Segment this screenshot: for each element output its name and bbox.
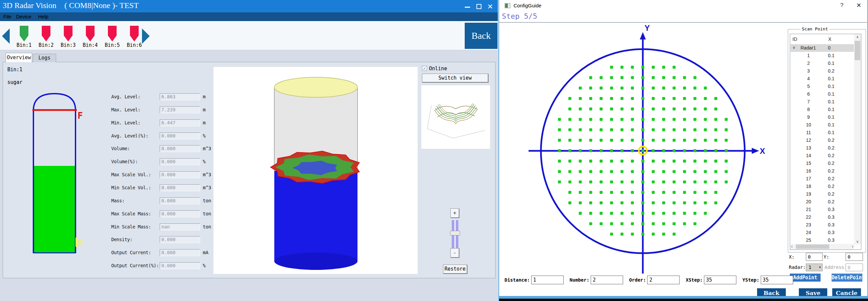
scan-point-dot: [652, 65, 655, 69]
zoom-out-button[interactable]: -: [451, 248, 459, 257]
table-row[interactable]: 140.2: [790, 152, 854, 160]
field-value-input[interactable]: 6.863: [160, 93, 200, 100]
field-label: Output Current(%):: [111, 263, 159, 268]
scan-point-dot: [579, 212, 582, 215]
table-row[interactable]: 210.3: [790, 206, 854, 213]
y-input[interactable]: 0: [846, 253, 863, 261]
table-row[interactable]: 80.1: [790, 106, 854, 113]
table-row[interactable]: 40.1: [790, 75, 854, 83]
maximize-button[interactable]: [474, 2, 484, 11]
scroll-right-icon[interactable]: ›: [852, 244, 853, 249]
number-input[interactable]: 2: [591, 276, 623, 284]
chevron-down-icon[interactable]: ∨: [793, 45, 796, 50]
tab-logs[interactable]: Logs: [33, 54, 56, 62]
field-value-input[interactable]: 0.000: [160, 158, 200, 165]
field-value-input[interactable]: 7.239: [160, 106, 200, 113]
menu-item-file[interactable]: File: [3, 14, 11, 19]
bin-tab-4[interactable]: Bin:4: [80, 26, 100, 48]
order-input[interactable]: 2: [647, 276, 680, 284]
switch-view-button[interactable]: Switch view: [422, 74, 488, 82]
scan-point-dot: [558, 129, 561, 132]
scroll-down-icon[interactable]: ∨: [854, 240, 861, 244]
field-value-input[interactable]: 0.000: [160, 262, 200, 269]
table-row[interactable]: 90.1: [790, 113, 854, 121]
table-row-radar[interactable]: ∨ Radar1 0: [790, 44, 854, 52]
table-row[interactable]: 30.2: [790, 67, 854, 75]
field-row: Min Scale Vol.:0.000m^3: [111, 184, 215, 192]
back-button[interactable]: Back: [465, 23, 497, 49]
horizontal-scrollbar[interactable]: ‹ ›: [790, 244, 854, 249]
horizontal-scrollbar-thumb[interactable]: [796, 245, 829, 249]
scan-point-dot: [620, 97, 623, 100]
cylinder-top-ellipse: [274, 77, 358, 97]
bin-tab-5[interactable]: Bin:5: [102, 26, 122, 48]
surface-thumbnail-panel[interactable]: [421, 85, 491, 149]
zoom-slider-handle[interactable]: [450, 231, 460, 236]
bin-tab-1[interactable]: Bin:1: [14, 26, 34, 48]
x-input[interactable]: 0: [806, 253, 823, 261]
minimize-button[interactable]: [462, 2, 472, 11]
table-row[interactable]: 160.2: [790, 167, 854, 175]
field-value-input[interactable]: 0.000: [160, 236, 200, 243]
bin-title: Bin:1: [7, 66, 22, 73]
table-row[interactable]: 190.2: [790, 190, 854, 198]
scroll-up-icon[interactable]: ∧: [854, 35, 861, 39]
table-row[interactable]: 10.1: [790, 52, 854, 59]
field-value-input[interactable]: nan: [160, 223, 200, 230]
field-value-input[interactable]: 0.000: [160, 145, 200, 152]
table-row[interactable]: 100.1: [790, 121, 854, 129]
table-row[interactable]: 200.2: [790, 198, 854, 206]
table-row[interactable]: 70.1: [790, 98, 854, 106]
bin-tab-3[interactable]: Bin:3: [58, 26, 78, 48]
distance-input[interactable]: 1: [531, 276, 564, 284]
field-value-input[interactable]: 0.000: [160, 210, 200, 217]
menu-item-device[interactable]: Device: [16, 14, 31, 19]
radar-select[interactable]: 1 ▼: [806, 264, 823, 271]
scan-point-dot: [673, 129, 676, 132]
field-value-input[interactable]: 0.000: [160, 249, 200, 256]
address-input[interactable]: 0: [846, 264, 863, 271]
table-row[interactable]: 50.1: [790, 83, 854, 90]
restore-button[interactable]: Restore: [443, 265, 467, 274]
field-value-input[interactable]: 0.000: [160, 132, 200, 139]
bin-tab-6[interactable]: Bin:6: [124, 26, 144, 48]
table-row[interactable]: 130.2: [790, 144, 854, 152]
scan-point-dot: [642, 87, 645, 90]
scan-point-dot: [579, 191, 582, 194]
scan-point-dot: [620, 222, 623, 225]
ystep-input[interactable]: 35: [761, 276, 793, 284]
table-row[interactable]: 250.3: [790, 237, 854, 244]
field-value-input[interactable]: 6.447: [160, 119, 200, 127]
scroll-left-icon[interactable]: [2, 28, 10, 44]
table-row[interactable]: 150.2: [790, 160, 854, 167]
menu-item-help[interactable]: Help: [38, 14, 49, 19]
table-row[interactable]: 120.2: [790, 136, 854, 144]
table-row[interactable]: 230.3: [790, 221, 854, 229]
tab-overview[interactable]: Overview: [6, 53, 32, 62]
field-value-input[interactable]: 0.000: [160, 171, 200, 178]
vertical-scrollbar-thumb[interactable]: [855, 41, 860, 60]
table-row[interactable]: 20.1: [790, 59, 854, 67]
field-value-input[interactable]: 0.000: [160, 197, 200, 204]
bin-3d-view[interactable]: [213, 66, 418, 274]
field-label: Max. Level:: [111, 107, 140, 112]
table-row[interactable]: 60.1: [790, 90, 854, 98]
titlebar[interactable]: 3D Radar Vision ( COM8|None )- TEST ✕: [0, 0, 498, 12]
table-row[interactable]: 170.2: [790, 175, 854, 183]
zoom-in-button[interactable]: +: [451, 208, 459, 218]
table-row[interactable]: 220.3: [790, 213, 854, 221]
scan-point-dot: [600, 212, 603, 215]
vertical-scrollbar[interactable]: ∧ ∨: [854, 34, 861, 245]
scan-point-dot: [662, 181, 665, 184]
close-button[interactable]: ✕: [485, 2, 496, 11]
online-checkbox[interactable]: ✓: [422, 66, 427, 71]
field-value-input[interactable]: 0.000: [160, 184, 200, 191]
scan-point-table[interactable]: ID X ∨ Radar1 0 10.120.130.240.150.160.1…: [790, 34, 861, 250]
xstep-input[interactable]: 35: [704, 276, 736, 284]
scroll-left-icon[interactable]: ‹: [791, 244, 793, 249]
delete-point-button[interactable]: DeletePoint: [832, 274, 862, 282]
table-row[interactable]: 180.2: [790, 183, 854, 190]
table-row[interactable]: 240.3: [790, 229, 854, 237]
bin-tab-2[interactable]: Bin:2: [36, 26, 56, 48]
table-row[interactable]: 110.1: [790, 129, 854, 136]
